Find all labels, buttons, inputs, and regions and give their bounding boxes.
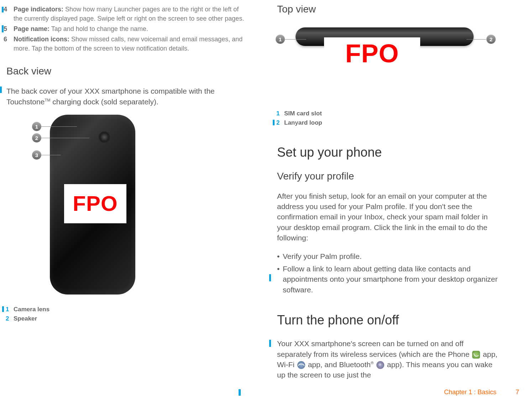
footer-change-mark — [239, 389, 241, 396]
figure-callout-1: 1 — [276, 35, 285, 44]
figure-callout-3: 3 — [32, 150, 41, 160]
bluetooth-app-icon — [376, 361, 384, 369]
callout-item: 2 Speaker — [6, 314, 246, 323]
back-view-heading: Back view — [6, 66, 246, 77]
list-item: Verify your Palm profile. — [277, 251, 499, 261]
turn-onoff-body: Your XXX smartphone's screen can be turn… — [277, 338, 499, 380]
item-body: Page indicators: Show how many Launcher … — [14, 5, 246, 23]
callout-number: 2 — [6, 314, 14, 323]
figure-callout-2: 2 — [32, 133, 41, 142]
camera-lens-graphic — [100, 132, 109, 142]
fpo-placeholder: FPO — [64, 184, 126, 223]
callout-number: 2 — [276, 119, 284, 127]
top-view-callout-list: 1 SIM card slot 2 Lanyard loop — [271, 109, 502, 127]
verify-profile-heading: Verify your profile — [277, 171, 502, 182]
figure-callout-1: 1 — [32, 122, 41, 131]
item-body: Page name: Tap and hold to change the na… — [14, 24, 246, 33]
setup-heading: Set up your phone — [277, 145, 502, 160]
callout-label: SIM card slot — [284, 109, 322, 118]
callout-item: 2 Lanyard loop — [276, 119, 502, 127]
callout-label: Camera lens — [14, 305, 49, 314]
top-view-heading: Top view — [277, 4, 502, 15]
fpo-placeholder: FPO — [324, 37, 420, 69]
page-footer: Chapter 1 : Basics 7 — [0, 389, 532, 396]
verify-bullet-list: Verify your Palm profile. Follow a link … — [277, 251, 499, 295]
top-view-figure: 1 2 FPO — [274, 24, 502, 88]
list-item: 4 Page indicators: Show how many Launche… — [4, 5, 246, 23]
callout-label: Speaker — [14, 314, 37, 323]
callout-number: 1 — [6, 305, 14, 314]
item-number: 6 — [4, 35, 14, 53]
item-number: 5 — [4, 24, 14, 33]
item-body: Notification icons: Show missed calls, n… — [14, 35, 246, 53]
verify-profile-body: After you finish setup, look for an emai… — [277, 191, 499, 243]
callout-item: 1 SIM card slot — [276, 109, 502, 118]
list-item: 6 Notification icons: Show missed calls,… — [4, 35, 246, 53]
numbered-feature-list: 4 Page indicators: Show how many Launche… — [4, 5, 246, 53]
back-view-body: The back cover of your XXX smartphone is… — [6, 86, 242, 107]
turn-onoff-heading: Turn the phone on/off — [277, 313, 502, 328]
footer-chapter: Chapter 1 : Basics — [444, 389, 496, 396]
callout-number: 1 — [276, 109, 284, 118]
list-item: 5 Page name: Tap and hold to change the … — [4, 24, 246, 33]
figure-callout-2: 2 — [486, 35, 496, 44]
phone-app-icon — [472, 351, 480, 359]
wifi-app-icon — [297, 361, 305, 369]
back-view-callout-list: 1 Camera lens 2 Speaker — [0, 305, 246, 323]
callout-item: 1 Camera lens — [6, 305, 246, 314]
item-number: 4 — [4, 5, 14, 23]
callout-label: Lanyard loop — [284, 119, 322, 127]
footer-page-number: 7 — [516, 389, 519, 396]
back-view-figure: 1 2 3 FPO — [36, 115, 135, 296]
list-item: Follow a link to learn about getting dat… — [277, 264, 499, 295]
